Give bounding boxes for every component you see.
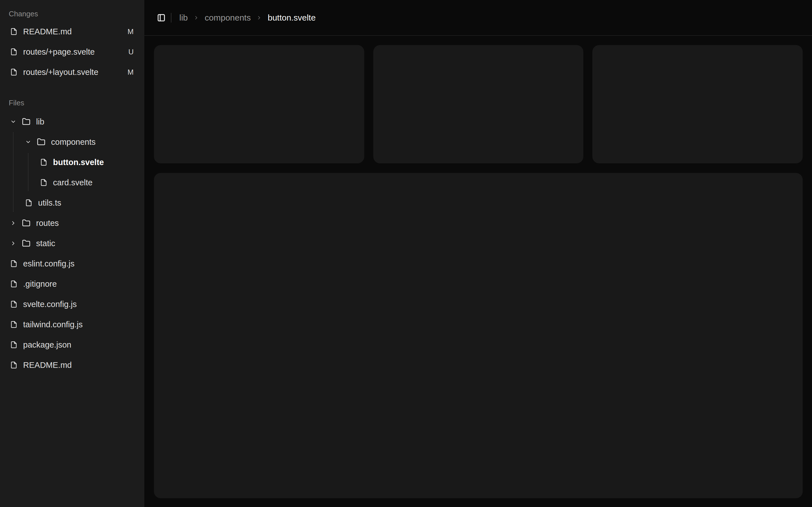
file-icon — [10, 300, 17, 308]
git-status-badge: M — [128, 68, 134, 76]
content-area — [144, 36, 812, 507]
tree-item-folder[interactable]: routes — [0, 213, 144, 233]
tree-item-file[interactable]: tailwind.config.js — [0, 314, 144, 335]
tree-item-label: lib — [36, 117, 44, 126]
changes-item[interactable]: README.md M — [0, 21, 144, 42]
tree-item-file-selected[interactable]: button.svelte — [0, 152, 144, 172]
tree-guide-line — [28, 153, 29, 191]
placeholder-card-large — [154, 173, 803, 498]
folder-icon — [22, 239, 31, 247]
tree-item-folder[interactable]: static — [0, 233, 144, 253]
tree-item-label: tailwind.config.js — [23, 320, 83, 329]
file-icon — [10, 68, 17, 76]
file-icon — [10, 361, 17, 369]
file-icon — [10, 28, 17, 35]
file-icon — [40, 179, 47, 186]
changed-file-name: routes/+page.svelte — [23, 47, 95, 57]
tree-item-file[interactable]: .gitignore — [0, 274, 144, 294]
sidebar: Changes README.md M routes/+page.svelte … — [0, 0, 144, 507]
tree-item-label: package.json — [23, 340, 71, 349]
changes-item[interactable]: routes/+page.svelte U — [0, 42, 144, 62]
breadcrumb: lib components button.svelte — [179, 13, 316, 22]
changes-list: README.md M routes/+page.svelte U routes… — [0, 21, 144, 82]
tree-item-label: static — [36, 239, 55, 248]
file-icon — [40, 159, 47, 166]
changes-section-label: Changes — [0, 7, 144, 20]
file-tree: lib components button.svelte card.svelte… — [0, 112, 144, 375]
tree-item-label: card.svelte — [53, 178, 93, 187]
chevron-down-icon[interactable] — [25, 139, 31, 145]
tree-item-file[interactable]: eslint.config.js — [0, 253, 144, 274]
tree-item-label: components — [51, 137, 96, 147]
chevron-right-icon — [256, 15, 262, 20]
changed-file-name: routes/+layout.svelte — [23, 68, 98, 77]
breadcrumb-item-lib[interactable]: lib — [179, 13, 188, 22]
tree-item-file[interactable]: card.svelte — [0, 172, 144, 193]
tree-item-label: eslint.config.js — [23, 259, 74, 269]
tree-item-file[interactable]: svelte.config.js — [0, 294, 144, 314]
tree-item-label: utils.ts — [38, 198, 61, 208]
file-icon — [10, 341, 17, 348]
tree-item-label: .gitignore — [23, 279, 57, 289]
chevron-down-icon[interactable] — [10, 119, 16, 125]
folder-icon — [22, 219, 31, 227]
tree-item-label: routes — [36, 219, 59, 228]
tree-item-folder[interactable]: components — [0, 132, 144, 152]
topbar: lib components button.svelte — [144, 0, 812, 36]
git-status-badge: M — [128, 27, 134, 36]
chevron-right-icon — [193, 15, 199, 20]
tree-item-label: svelte.config.js — [23, 300, 77, 309]
tree-item-label: README.md — [23, 360, 71, 370]
file-icon — [10, 48, 17, 55]
breadcrumb-item-components[interactable]: components — [205, 13, 251, 22]
file-icon — [10, 321, 17, 328]
tree-item-file[interactable]: README.md — [0, 355, 144, 375]
cards-row — [154, 45, 803, 163]
folder-icon — [37, 138, 45, 146]
changes-item[interactable]: routes/+layout.svelte M — [0, 62, 144, 82]
tree-item-label: button.svelte — [53, 158, 104, 167]
topbar-divider — [171, 13, 171, 22]
changed-file-name: README.md — [23, 27, 71, 36]
tree-item-folder[interactable]: lib — [0, 112, 144, 132]
files-section-label: Files — [0, 96, 144, 109]
main-area: lib components button.svelte — [144, 0, 812, 507]
placeholder-card — [154, 45, 364, 163]
placeholder-card — [373, 45, 583, 163]
chevron-right-icon[interactable] — [10, 240, 16, 246]
file-icon — [25, 199, 33, 207]
folder-icon — [22, 117, 31, 126]
panel-left-icon — [157, 13, 165, 22]
file-icon — [10, 280, 17, 288]
sidebar-toggle-button[interactable] — [155, 11, 167, 24]
tree-guide-line — [13, 132, 13, 212]
tree-item-file[interactable]: package.json — [0, 335, 144, 355]
tree-item-file[interactable]: utils.ts — [0, 193, 144, 213]
git-status-badge: U — [128, 48, 134, 56]
chevron-right-icon[interactable] — [10, 220, 16, 226]
placeholder-card — [592, 45, 803, 163]
breadcrumb-item-current: button.svelte — [267, 13, 315, 22]
file-icon — [10, 260, 17, 267]
